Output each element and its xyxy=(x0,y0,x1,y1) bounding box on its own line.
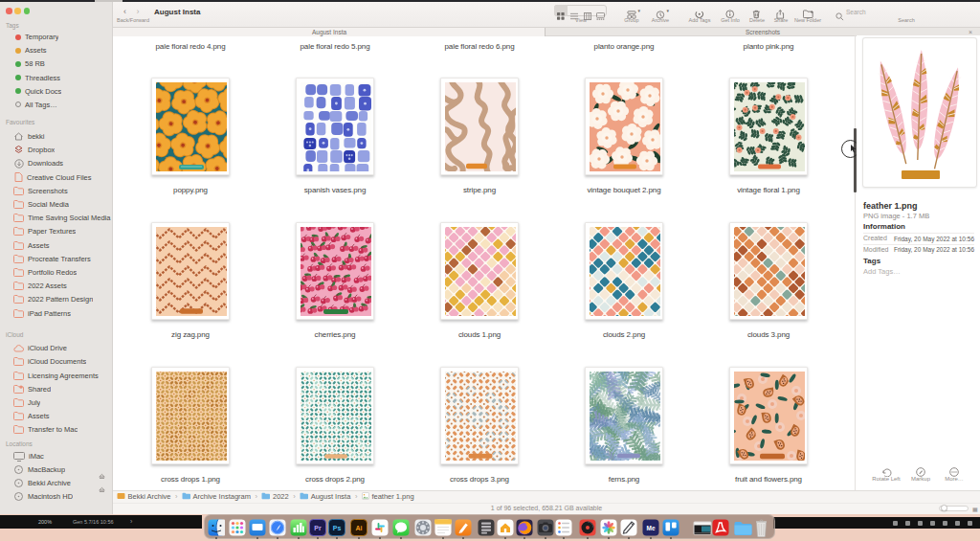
svg-text:Me: Me xyxy=(646,525,655,531)
svg-text:Ps: Ps xyxy=(333,525,342,531)
svg-text:Pr: Pr xyxy=(314,525,322,531)
svg-text:Ai: Ai xyxy=(356,525,363,531)
